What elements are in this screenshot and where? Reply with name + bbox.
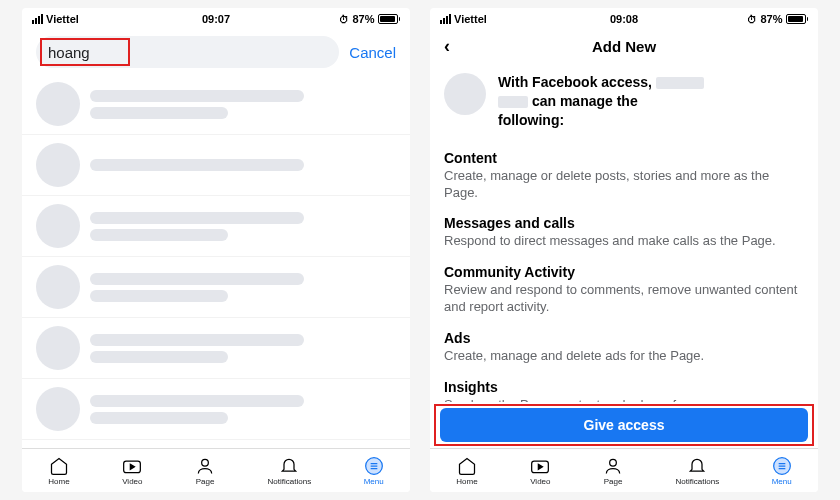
tab-bar: Home Video Page Notifications Menu [22, 448, 410, 492]
page-icon [603, 456, 623, 476]
tab-menu[interactable]: Menu [772, 456, 792, 486]
status-time: 09:07 [202, 13, 230, 25]
svg-point-7 [610, 459, 617, 466]
search-results [22, 74, 410, 448]
signal-icon [440, 14, 451, 24]
signal-icon [32, 14, 43, 24]
avatar [444, 73, 486, 115]
svg-point-1 [202, 459, 209, 466]
search-field[interactable]: hoang [36, 36, 339, 68]
avatar [36, 326, 80, 370]
tab-menu[interactable]: Menu [364, 456, 384, 486]
cancel-button[interactable]: Cancel [349, 44, 396, 61]
avatar [36, 387, 80, 431]
alarm-icon: ⏱ [339, 14, 349, 25]
give-access-button[interactable]: Give access [440, 408, 808, 442]
list-item[interactable] [22, 318, 410, 379]
battery-icon [786, 14, 809, 24]
give-access-wrap: Give access [430, 402, 818, 448]
redacted-name [498, 96, 528, 108]
section-ads: AdsCreate, manage and delete ads for the… [444, 330, 804, 365]
tab-home[interactable]: Home [456, 456, 477, 486]
list-item[interactable] [22, 196, 410, 257]
phone-left-search: Viettel 09:07 ⏱ 87% hoang Cancel Home Vi… [22, 8, 410, 492]
carrier-label: Viettel [454, 13, 487, 25]
redacted-name [656, 77, 704, 89]
back-button[interactable]: ‹ [444, 36, 450, 57]
battery-icon [378, 14, 401, 24]
status-time: 09:08 [610, 13, 638, 25]
section-content: ContentCreate, manage or delete posts, s… [444, 150, 804, 202]
tab-notifications[interactable]: Notifications [268, 456, 312, 486]
permission-sections: ContentCreate, manage or delete posts, s… [430, 140, 818, 402]
home-icon [457, 456, 477, 476]
status-bar: Viettel 09:08 ⏱ 87% [430, 8, 818, 30]
avatar [36, 204, 80, 248]
intro-text: With Facebook access, can manage the fol… [498, 73, 704, 130]
menu-icon [364, 456, 384, 476]
avatar [36, 82, 80, 126]
list-item[interactable] [22, 74, 410, 135]
carrier-label: Viettel [46, 13, 79, 25]
list-item[interactable] [22, 257, 410, 318]
menu-icon [772, 456, 792, 476]
battery-pct: 87% [352, 13, 374, 25]
home-icon [49, 456, 69, 476]
page-header: ‹ Add New [430, 30, 818, 63]
list-item[interactable] [22, 440, 410, 448]
section-messages: Messages and callsRespond to direct mess… [444, 215, 804, 250]
tab-page[interactable]: Page [195, 456, 215, 486]
search-header: hoang Cancel [22, 30, 410, 74]
tab-home[interactable]: Home [48, 456, 69, 486]
phone-right-addnew: Viettel 09:08 ⏱ 87% ‹ Add New With Faceb… [430, 8, 818, 492]
section-insights: InsightsSee how the Page, content and ad… [444, 379, 804, 402]
page-icon [195, 456, 215, 476]
tab-page[interactable]: Page [603, 456, 623, 486]
avatar [36, 143, 80, 187]
tab-notifications[interactable]: Notifications [676, 456, 720, 486]
page-title: Add New [592, 38, 656, 55]
bell-icon [687, 456, 707, 476]
intro-row: With Facebook access, can manage the fol… [430, 63, 818, 140]
video-icon [122, 456, 142, 476]
battery-pct: 87% [760, 13, 782, 25]
status-bar: Viettel 09:07 ⏱ 87% [22, 8, 410, 30]
tab-video[interactable]: Video [530, 456, 550, 486]
tab-bar: Home Video Page Notifications Menu [430, 448, 818, 492]
section-community: Community ActivityReview and respond to … [444, 264, 804, 316]
list-item[interactable] [22, 379, 410, 440]
tab-video[interactable]: Video [122, 456, 142, 486]
avatar [36, 265, 80, 309]
list-item[interactable] [22, 135, 410, 196]
bell-icon [279, 456, 299, 476]
search-input-value[interactable]: hoang [48, 44, 90, 61]
video-icon [530, 456, 550, 476]
alarm-icon: ⏱ [747, 14, 757, 25]
